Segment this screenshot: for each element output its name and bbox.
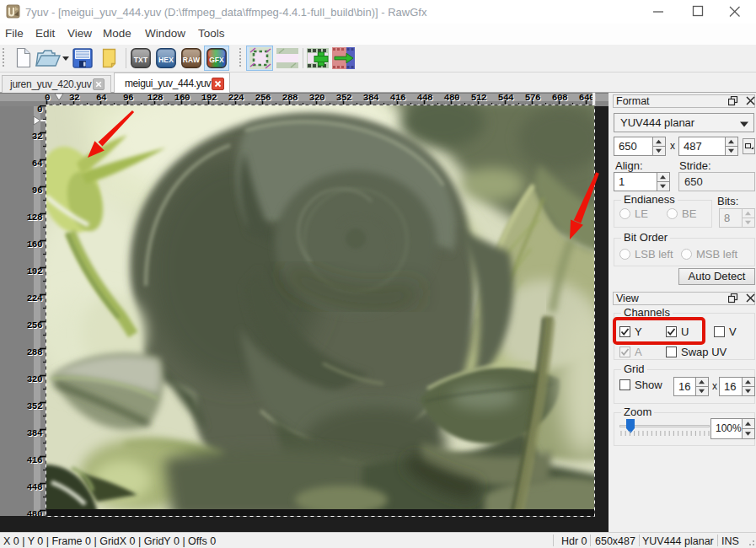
svg-text:544: 544 xyxy=(498,93,514,103)
svg-text:416: 416 xyxy=(27,455,42,465)
svg-text:192: 192 xyxy=(27,266,42,277)
svg-text:64: 64 xyxy=(96,93,107,103)
svg-text:224: 224 xyxy=(27,293,43,304)
svg-text:96: 96 xyxy=(123,93,133,103)
svg-text:480: 480 xyxy=(444,93,459,103)
svg-text:352: 352 xyxy=(336,93,351,103)
svg-text:128: 128 xyxy=(27,212,43,223)
svg-text:HEX: HEX xyxy=(158,56,174,64)
svg-text:512: 512 xyxy=(471,93,486,103)
svg-text:32: 32 xyxy=(32,132,42,142)
svg-text:320: 320 xyxy=(309,93,324,103)
svg-text:480: 480 xyxy=(27,509,42,516)
svg-text:384: 384 xyxy=(27,428,43,438)
svg-text:384: 384 xyxy=(363,93,379,103)
svg-text:640: 640 xyxy=(579,93,594,103)
svg-text:288: 288 xyxy=(27,347,43,357)
svg-text:224: 224 xyxy=(228,93,244,103)
svg-text:32: 32 xyxy=(69,93,79,103)
svg-text:352: 352 xyxy=(27,401,42,411)
svg-text:160: 160 xyxy=(27,239,42,250)
svg-text:288: 288 xyxy=(282,93,298,103)
svg-text:RAW: RAW xyxy=(183,56,201,64)
svg-text:128: 128 xyxy=(147,93,164,103)
svg-text:TXT: TXT xyxy=(134,56,148,64)
svg-text:0: 0 xyxy=(37,105,42,115)
svg-text:192: 192 xyxy=(201,93,217,103)
svg-text:160: 160 xyxy=(174,93,190,103)
svg-text:608: 608 xyxy=(552,93,568,103)
svg-text:0: 0 xyxy=(45,93,50,103)
svg-text:96: 96 xyxy=(32,185,42,196)
svg-text:64: 64 xyxy=(32,158,43,169)
svg-text:576: 576 xyxy=(525,93,540,103)
svg-text:320: 320 xyxy=(27,374,42,384)
svg-text:416: 416 xyxy=(390,93,405,103)
svg-text:448: 448 xyxy=(417,93,433,103)
svg-text:448: 448 xyxy=(27,482,43,492)
svg-text:GFX: GFX xyxy=(209,56,224,64)
svg-text:256: 256 xyxy=(255,93,271,103)
svg-text:256: 256 xyxy=(27,320,42,330)
